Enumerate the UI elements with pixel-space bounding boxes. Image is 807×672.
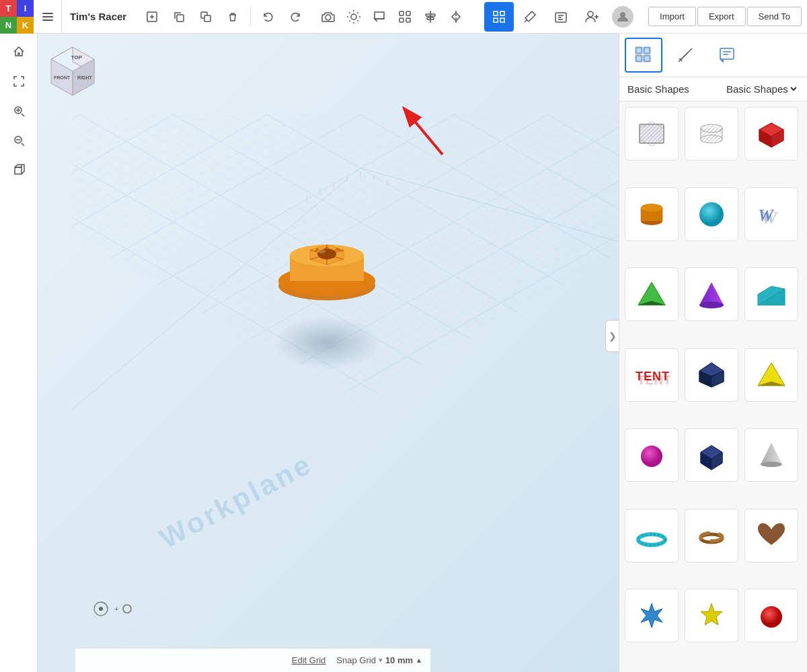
notes-button[interactable] [367,5,391,29]
home-view-button[interactable] [6,39,32,65]
panel-icon-tabs [619,34,807,77]
svg-line-13 [357,20,358,21]
mirror-button[interactable] [444,5,468,29]
svg-line-14 [357,12,358,13]
light-button[interactable] [342,5,366,29]
import-button[interactable]: Import [648,7,696,26]
svg-line-15 [349,20,350,21]
delete-button[interactable] [221,5,245,29]
project-name: Tim's Racer [70,11,126,22]
svg-text:TENT: TENT [638,374,670,387]
add-user-button[interactable] [577,2,607,32]
svg-rect-3 [177,15,184,22]
shapes-panel-tab[interactable] [625,38,662,73]
shapes-category-dropdown[interactable]: Basic Shapes Featured Letters Math Conne… [724,83,799,95]
svg-point-108 [699,202,724,226]
export-button[interactable]: Export [697,7,746,26]
shape-gem-red[interactable] [744,589,798,642]
orthographic-button[interactable] [6,157,32,183]
svg-rect-17 [406,11,410,15]
undo-button[interactable] [256,5,280,29]
user-avatar[interactable] [608,2,638,32]
shape-cylinder[interactable] [625,187,679,241]
shape-heart[interactable] [744,509,798,562]
svg-rect-24 [494,11,498,15]
logo-cell-n: N [0,17,17,34]
fit-view-button[interactable] [6,69,32,94]
svg-line-28 [525,19,527,22]
center-tools [316,5,468,29]
tinkercad-logo[interactable]: T I N K [0,0,34,34]
viewport[interactable]: TOP FRONT RIGHT [38,34,619,672]
cube-navigator[interactable]: TOP FRONT RIGHT [43,44,102,103]
build-button[interactable] [515,2,545,32]
toolbar-separator-1 [250,7,251,26]
svg-marker-118 [758,286,785,305]
svg-marker-133 [761,443,782,464]
svg-line-38 [22,114,24,116]
notes-panel-tab[interactable] [708,38,746,73]
shape-cone-grey[interactable] [744,428,798,482]
svg-marker-49 [51,47,73,95]
svg-rect-16 [399,11,404,15]
shape-star-blue[interactable] [625,589,679,642]
right-panel: Basic Shapes Basic Shapes Featured Lette… [619,34,807,672]
svg-point-115 [699,302,724,308]
svg-point-7 [351,14,356,19]
svg-marker-114 [699,282,724,305]
panel-collapse-button[interactable]: ❯ [605,320,619,352]
left-tools-panel [0,34,38,672]
redo-button[interactable] [283,5,307,29]
edit-grid-link[interactable]: Edit Grid [292,655,326,665]
svg-line-83 [683,55,685,57]
duplicate-button[interactable] [194,5,218,29]
shape-pyramid-green[interactable] [625,267,679,321]
shape-tent-text[interactable]: TENT TENT [625,348,679,402]
shape-star-yellow[interactable] [685,589,738,642]
shape-torus-brown[interactable] [685,509,738,562]
copy-button[interactable] [167,5,191,29]
svg-point-128 [641,446,662,467]
snap-button[interactable] [393,5,417,29]
svg-point-6 [325,15,331,20]
top-bar: T I N K Tim's Racer [0,0,807,34]
snap-grid-control[interactable]: Snap Grid ▾ 10 mm ▲ [336,655,422,665]
shape-box-hole[interactable] [625,107,679,161]
shape-cylinder-hole[interactable] [685,107,738,161]
svg-rect-18 [399,18,404,22]
svg-rect-80 [637,56,641,60]
shape-box-navy2[interactable] [685,428,738,482]
menu-button[interactable] [34,0,62,34]
svg-rect-27 [500,18,504,22]
main-area: TOP FRONT RIGHT [0,34,807,672]
zoom-out-button[interactable] [6,128,32,153]
svg-point-139 [761,606,782,628]
shape-sphere[interactable] [685,187,738,241]
shape-sphere-magenta[interactable] [625,428,679,482]
shapes-grid: W W [619,101,807,672]
3d-shape-object[interactable] [266,208,387,296]
new-button[interactable] [140,5,164,29]
svg-rect-44 [15,167,22,174]
zoom-in-button[interactable] [6,98,32,124]
shape-text3d[interactable]: W W [744,187,798,241]
send-to-button[interactable]: Send To [747,7,802,26]
svg-text:RIGHT: RIGHT [77,75,93,80]
svg-rect-78 [637,48,641,52]
codeblocks-button[interactable] [546,2,576,32]
measure-panel-tab[interactable] [666,38,704,73]
shape-box-solid[interactable] [744,107,798,161]
align-button[interactable] [418,5,443,29]
camera-button[interactable] [316,5,340,29]
shape-torus-teal[interactable] [625,509,679,562]
shape-diamond-navy[interactable] [685,348,738,402]
logo-cell-i: I [17,0,34,17]
grid-view-button[interactable] [484,2,514,32]
snap-value: 10 mm [385,655,413,665]
axis-dot [122,604,132,614]
svg-rect-79 [645,48,649,52]
shape-cone-purple[interactable] [685,267,738,321]
project-title: Tim's Racer [62,11,134,22]
shape-pyramid-yellow[interactable] [744,348,798,402]
shape-wedge-teal[interactable] [744,267,798,321]
